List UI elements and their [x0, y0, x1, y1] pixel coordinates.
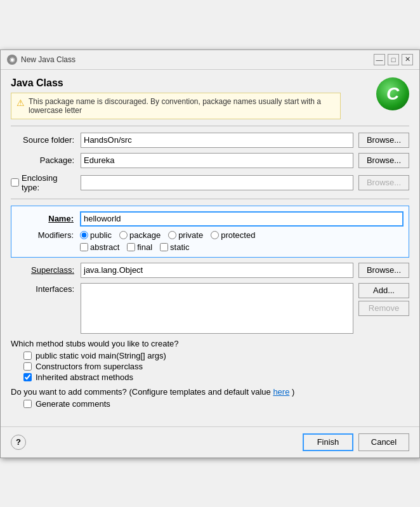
source-folder-input[interactable]	[81, 133, 353, 148]
warning-text: This package name is discouraged. By con…	[29, 97, 335, 115]
dialog-body: Java Class ⚠ This package name is discou…	[1, 70, 419, 421]
modifier-private-label: private	[178, 230, 203, 240]
modifier-protected-label: protected	[221, 230, 255, 240]
interfaces-list[interactable]	[81, 283, 353, 334]
warning-box: ⚠ This package name is discouraged. By c…	[11, 93, 341, 119]
interfaces-add-button[interactable]: Add...	[358, 283, 409, 298]
warning-icon: ⚠	[16, 98, 25, 108]
title-bar-text: New Java Class	[21, 55, 75, 64]
stub-constructor-label: Constructors from superclass	[36, 362, 143, 371]
clipse-logo: C	[376, 77, 409, 110]
modifier-protected-item: protected	[211, 230, 255, 240]
comments-config-link[interactable]: here	[273, 387, 289, 397]
bottom-bar: ? Finish Cancel	[1, 426, 419, 458]
help-button[interactable]: ?	[11, 435, 26, 450]
enclosing-type-checkbox[interactable]	[11, 178, 19, 187]
stubs-section: Which method stubs would you like to cre…	[11, 339, 409, 382]
stubs-title: Which method stubs would you like to cre…	[11, 339, 409, 348]
source-folder-row: Source folder: Browse...	[11, 133, 409, 148]
modifier-public-item: public	[80, 230, 112, 240]
interfaces-remove-button: Remove	[358, 301, 409, 316]
enclosing-type-label: Enclosing type:	[22, 173, 74, 192]
java-class-title: Java Class	[11, 77, 370, 89]
enclosing-type-row: Enclosing type: Browse...	[11, 173, 409, 192]
comments-section: Do you want to add comments? (Configure …	[11, 387, 409, 409]
modifier-public-radio[interactable]	[80, 231, 88, 239]
interfaces-buttons: Add... Remove	[358, 283, 409, 316]
superclass-label: Superclass:	[11, 265, 81, 275]
modifier-private-item: private	[168, 230, 203, 240]
modifier-final-item: final	[127, 242, 152, 252]
access-modifier-group: public package private protected	[80, 230, 255, 240]
modifiers-label: Modifiers:	[16, 230, 80, 240]
title-bar: ◉ New Java Class — □ ✕	[1, 50, 419, 70]
close-button[interactable]: ✕	[402, 54, 413, 65]
name-modifiers-section: Name: Modifiers: public package	[11, 206, 409, 258]
modifier-final-checkbox[interactable]	[127, 243, 135, 251]
modifier-package-radio[interactable]	[119, 231, 128, 239]
stub-main-label: public static void main(String[] args)	[36, 351, 166, 360]
stub-main-checkbox[interactable]	[23, 352, 32, 360]
separator-2	[11, 199, 409, 199]
stub-main-item: public static void main(String[] args)	[23, 351, 409, 360]
generate-comments-item: Generate comments	[23, 399, 409, 409]
modifier-abstract-label: abstract	[90, 242, 119, 252]
stub-constructor-item: Constructors from superclass	[23, 362, 409, 371]
name-input[interactable]	[80, 211, 404, 227]
stub-constructor-checkbox[interactable]	[23, 362, 32, 371]
new-java-class-dialog: ◉ New Java Class — □ ✕ Java Class ⚠ This…	[0, 49, 420, 458]
modifiers-row: Modifiers: public package private	[16, 230, 404, 240]
maximize-button[interactable]: □	[388, 54, 399, 65]
enclosing-type-check-label: Enclosing type:	[11, 173, 81, 192]
generate-comments-checkbox[interactable]	[23, 400, 32, 408]
enclosing-type-input[interactable]	[81, 175, 353, 190]
name-label: Name:	[16, 214, 80, 223]
modifier-abstract-checkbox[interactable]	[80, 243, 88, 251]
modifier-protected-radio[interactable]	[211, 231, 219, 239]
modifier-static-item: static	[160, 242, 189, 252]
action-buttons: Finish Cancel	[303, 433, 409, 451]
minimize-button[interactable]: —	[374, 54, 385, 65]
package-row: Package: Browse...	[11, 153, 409, 168]
modifier-final-label: final	[137, 242, 152, 252]
cancel-button[interactable]: Cancel	[358, 433, 409, 451]
interfaces-label: Interfaces:	[11, 283, 81, 294]
superclass-input[interactable]	[81, 263, 353, 278]
enclosing-type-browse-button: Browse...	[358, 175, 409, 190]
modifier-package-label: package	[129, 230, 161, 240]
name-row: Name:	[16, 211, 404, 227]
modifier-static-checkbox[interactable]	[160, 243, 168, 251]
stub-inherited-item: Inherited abstract methods	[23, 372, 409, 382]
header-left: Java Class ⚠ This package name is discou…	[11, 77, 370, 119]
stub-inherited-label: Inherited abstract methods	[36, 372, 133, 382]
stub-inherited-checkbox[interactable]	[23, 373, 32, 381]
dialog-icon: ◉	[7, 55, 17, 65]
other-modifiers-group: abstract final static	[80, 242, 404, 252]
interfaces-section: Interfaces: Add... Remove	[11, 283, 409, 334]
package-input[interactable]	[81, 153, 353, 168]
finish-button[interactable]: Finish	[303, 433, 353, 451]
header-section: Java Class ⚠ This package name is discou…	[11, 77, 409, 119]
comments-title: Do you want to add comments? (Configure …	[11, 387, 409, 397]
superclass-browse-button[interactable]: Browse...	[358, 263, 409, 278]
superclass-row: Superclass: Browse...	[11, 263, 409, 278]
modifier-package-item: package	[119, 230, 161, 240]
title-bar-buttons: — □ ✕	[374, 54, 413, 65]
modifier-public-label: public	[90, 230, 112, 240]
modifier-static-label: static	[170, 242, 189, 252]
package-label: Package:	[11, 155, 81, 165]
modifier-abstract-item: abstract	[80, 242, 119, 252]
modifier-private-radio[interactable]	[168, 231, 176, 239]
source-folder-browse-button[interactable]: Browse...	[358, 133, 409, 148]
source-folder-label: Source folder:	[11, 135, 81, 145]
generate-comments-label: Generate comments	[36, 399, 110, 409]
package-browse-button[interactable]: Browse...	[358, 153, 409, 168]
separator-1	[11, 126, 409, 126]
title-bar-left: ◉ New Java Class	[7, 55, 75, 65]
